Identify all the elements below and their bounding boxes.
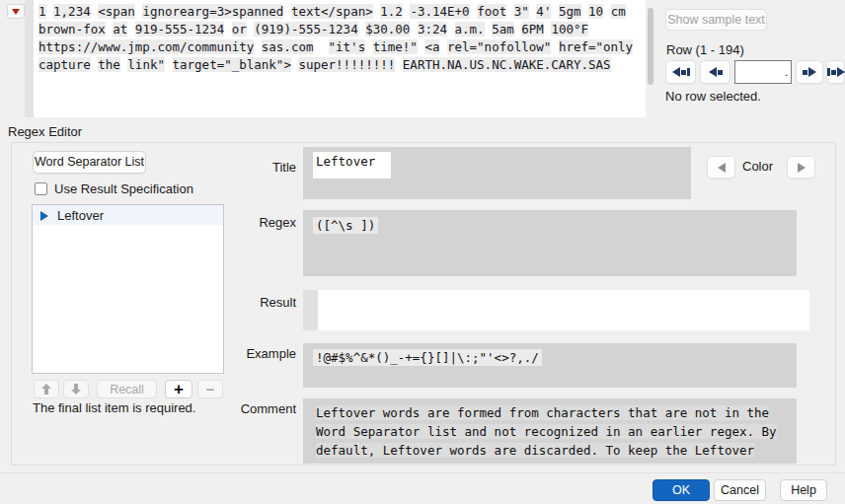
regex-list[interactable]: Leftover: [32, 204, 224, 374]
last-row-icon: [827, 67, 845, 77]
result-value[interactable]: [318, 290, 809, 330]
color-next-button[interactable]: [787, 156, 815, 179]
row-range-label: Row (1 - 194): [666, 42, 744, 57]
title-field[interactable]: Leftover: [303, 147, 691, 199]
color-prev-button[interactable]: [707, 156, 735, 179]
red-triangle-menu-button[interactable]: [7, 4, 25, 19]
show-sample-text-button[interactable]: Show sample text: [665, 9, 767, 31]
checkbox-label: Use Result Specification: [54, 181, 193, 196]
result-gutter: [303, 290, 318, 330]
regex-label: Regex: [202, 215, 296, 230]
list-item-label: Leftover: [57, 208, 104, 223]
plus-icon: +: [174, 382, 184, 396]
regex-field[interactable]: ([^\s ]): [303, 210, 797, 276]
sample-text-gutter: [25, 0, 34, 117]
move-up-button[interactable]: [34, 380, 59, 398]
red-triangle-icon: [12, 9, 20, 15]
row-status-text: No row selected.: [665, 89, 761, 104]
use-result-specification-checkbox[interactable]: Use Result Specification: [35, 181, 193, 196]
move-down-button[interactable]: [63, 380, 89, 398]
up-arrow-icon: [41, 384, 51, 395]
comment-label: Comment: [202, 401, 296, 416]
regex-value: ([^\s ]): [313, 217, 378, 234]
row-first-button[interactable]: [665, 60, 696, 84]
example-label: Example: [202, 346, 296, 361]
row-next-button[interactable]: [796, 60, 823, 84]
right-triangle-icon: [798, 163, 806, 173]
sample-text-area[interactable]: 1 1,234 <span ignorearg=3>spanned text</…: [34, 0, 646, 117]
list-item-leftover[interactable]: Leftover: [33, 205, 223, 225]
minus-icon: −: [206, 382, 215, 396]
help-button[interactable]: Help: [780, 479, 827, 501]
example-field[interactable]: !@#$%^&*()_-+={}[]|\:;"'<>?,./: [303, 343, 797, 388]
next-row-icon: [803, 67, 816, 77]
comment-value: Leftover words are formed from character…: [316, 405, 777, 458]
result-field[interactable]: [303, 290, 809, 330]
row-number-input[interactable]: [734, 60, 792, 84]
expand-triangle-icon: [40, 211, 48, 221]
result-label: Result: [202, 295, 296, 310]
prev-row-icon: [709, 67, 723, 77]
footer-divider: [0, 472, 845, 473]
example-value: !@#$%^&*()_-+={}[]|\:;"'<>?,./: [313, 349, 542, 366]
row-prev-button[interactable]: [700, 60, 730, 84]
color-label: Color: [742, 159, 773, 174]
cancel-button[interactable]: Cancel: [714, 479, 766, 501]
recall-button[interactable]: Recall: [97, 380, 157, 398]
word-separator-list-button[interactable]: Word Separator List: [33, 151, 146, 174]
regex-editor-dialog: 1 1,234 <span ignorearg=3>spanned text</…: [0, 0, 845, 504]
left-triangle-icon: [718, 163, 726, 173]
title-value: Leftover: [313, 152, 391, 179]
add-item-button[interactable]: +: [165, 380, 192, 398]
checkbox-box[interactable]: [35, 182, 47, 195]
list-required-note: The final list item is required.: [33, 400, 195, 415]
sample-scrollbar-thumb[interactable]: [648, 8, 653, 85]
ok-button[interactable]: OK: [653, 479, 710, 501]
down-arrow-icon: [71, 384, 81, 395]
comment-field[interactable]: Leftover words are formed from character…: [303, 398, 797, 464]
remove-item-button[interactable]: −: [197, 380, 223, 398]
row-last-button[interactable]: [826, 60, 845, 84]
first-row-icon: [672, 67, 690, 77]
title-label: Title: [202, 160, 296, 175]
regex-editor-title: Regex Editor: [8, 124, 82, 139]
